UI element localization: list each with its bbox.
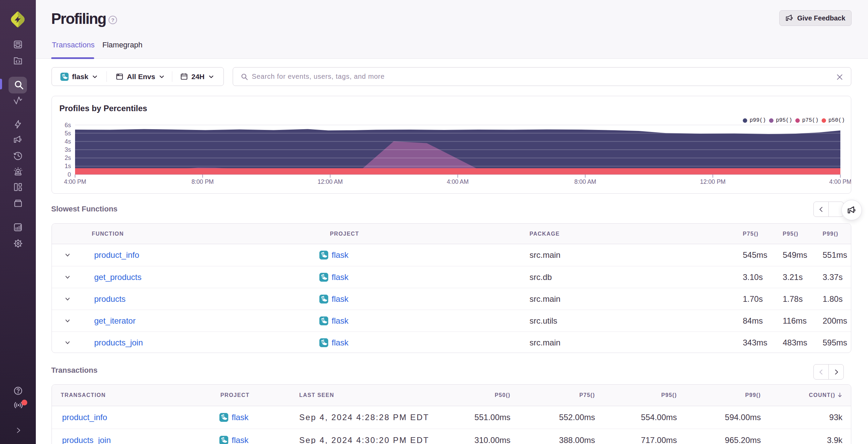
svg-text:2s: 2s (65, 154, 71, 161)
svg-text:8:00 AM: 8:00 AM (574, 178, 596, 185)
svg-text:1s: 1s (65, 163, 71, 169)
svg-text:12:00 PM: 12:00 PM (700, 178, 726, 185)
svg-text:6s: 6s (65, 122, 71, 129)
svg-text:4s: 4s (65, 138, 71, 145)
svg-text:12:00 AM: 12:00 AM (318, 178, 343, 185)
svg-text:4:00 PM: 4:00 PM (829, 178, 851, 185)
svg-text:8:00 PM: 8:00 PM (191, 178, 214, 185)
svg-text:4:00 PM: 4:00 PM (64, 178, 86, 185)
svg-text:5s: 5s (65, 130, 71, 137)
svg-text:4:00 AM: 4:00 AM (447, 178, 468, 185)
svg-text:0: 0 (68, 171, 71, 178)
svg-text:3s: 3s (65, 146, 71, 153)
